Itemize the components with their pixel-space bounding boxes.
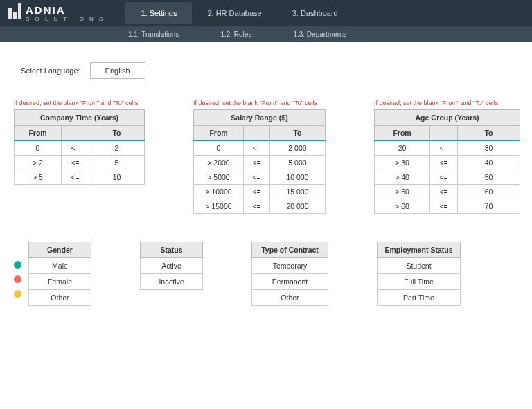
cell-value[interactable]: Inactive	[141, 274, 203, 290]
cell-to[interactable]: 60	[458, 185, 520, 199]
subnav-item[interactable]: 1.3. Departments	[293, 30, 346, 38]
cell-from[interactable]: > 50	[375, 185, 430, 199]
col-from: From	[375, 126, 430, 141]
cell-from[interactable]: > 2	[15, 156, 62, 170]
range-table: Age Group (Years)FromTo20<=30> 30<=40> 4…	[374, 109, 520, 214]
table-title: Company Time (Years)	[15, 110, 145, 126]
cell-op: <=	[430, 185, 458, 199]
table-row: 0<=2	[15, 140, 145, 156]
subnav-item[interactable]: 1.2. Roles	[220, 30, 251, 38]
table-row: Full Time	[378, 274, 461, 290]
col-from: From	[194, 126, 244, 141]
cell-value[interactable]: Temporary	[252, 258, 328, 274]
cell-op: <=	[62, 156, 89, 170]
table-row: Active	[141, 258, 203, 274]
category-table: Employment StatusStudentFull TimePart Ti…	[377, 242, 461, 306]
logo-brand: ADNIA	[26, 5, 105, 15]
table-row: > 10000<=15 000	[194, 185, 326, 199]
table-row: > 40<=50	[375, 170, 520, 185]
cell-value[interactable]: Other	[29, 290, 91, 306]
col-to: To	[458, 126, 520, 141]
hint-text: If desired, set the blank "From" and "To…	[14, 100, 145, 107]
cell-op: <=	[430, 170, 458, 185]
col-op	[430, 126, 458, 141]
cell-op: <=	[430, 156, 458, 170]
cell-to[interactable]: 10	[89, 170, 145, 185]
language-row: Select Language: English	[21, 62, 525, 79]
cell-to[interactable]: 20 000	[270, 199, 326, 214]
cell-value[interactable]: Full Time	[378, 274, 461, 290]
table-row: > 2<=5	[15, 156, 145, 170]
hint-text: If desired, set the blank "From" and "To…	[374, 100, 520, 107]
table-title: Employment Status	[378, 242, 461, 258]
logo: ADNIA S O L U T I O N S	[0, 5, 113, 22]
table-row: 20<=30	[375, 140, 520, 156]
range-table: Salary Range ($)FromTo0<=2 000> 2000<=5 …	[193, 109, 326, 214]
logo-icon	[8, 8, 21, 19]
table-title: Gender	[29, 242, 91, 258]
table-row: Student	[378, 258, 461, 274]
cell-to[interactable]: 5 000	[270, 156, 326, 170]
legend-dot	[14, 290, 21, 298]
cell-value[interactable]: Female	[29, 274, 91, 290]
cell-to[interactable]: 5	[89, 156, 145, 170]
table-title: Age Group (Years)	[375, 110, 520, 126]
table-row: Inactive	[141, 274, 203, 290]
table-row: Other	[252, 290, 328, 306]
cell-from[interactable]: > 5000	[194, 170, 244, 185]
table-title: Type of Contract	[252, 242, 328, 258]
table-row: > 2000<=5 000	[194, 156, 326, 170]
language-label: Select Language:	[21, 66, 80, 75]
cell-to[interactable]: 30	[458, 140, 520, 156]
cell-from[interactable]: > 30	[375, 156, 430, 170]
legend-dot	[14, 275, 21, 283]
cell-value[interactable]: Active	[141, 258, 203, 274]
cell-value[interactable]: Other	[252, 290, 328, 306]
table-row: Other	[29, 290, 91, 306]
cell-to[interactable]: 40	[458, 156, 520, 170]
cell-from[interactable]: > 40	[375, 170, 430, 185]
cell-to[interactable]: 2	[89, 140, 145, 156]
cell-from[interactable]: > 5	[15, 170, 62, 185]
topnav: 1. Settings2. HR Database3. Dashboard	[125, 2, 353, 24]
cell-to[interactable]: 2 000	[270, 140, 326, 156]
col-to: To	[89, 126, 145, 141]
topnav-item[interactable]: 1. Settings	[125, 2, 192, 24]
table-row: > 60<=70	[375, 199, 520, 214]
subnav: 1.1. Translations1.2. Roles1.3. Departme…	[0, 26, 532, 42]
cell-from[interactable]: 20	[375, 140, 430, 156]
topbar: ADNIA S O L U T I O N S 1. Settings2. HR…	[0, 0, 532, 26]
cell-from[interactable]: > 60	[375, 199, 430, 214]
cell-to[interactable]: 70	[458, 199, 520, 214]
col-op	[244, 126, 270, 141]
cell-op: <=	[244, 140, 270, 156]
cell-value[interactable]: Permanent	[252, 274, 328, 290]
cell-to[interactable]: 50	[458, 170, 520, 185]
table-row: Female	[29, 274, 91, 290]
cell-from[interactable]: > 2000	[194, 156, 244, 170]
table-row: Part Time	[378, 290, 461, 306]
cell-op: <=	[244, 199, 270, 214]
category-table: StatusActiveInactive	[140, 242, 203, 290]
cell-op: <=	[62, 170, 89, 185]
cell-op: <=	[430, 199, 458, 214]
cell-op: <=	[430, 140, 458, 156]
cell-value[interactable]: Male	[29, 258, 91, 274]
table-row: > 15000<=20 000	[194, 199, 326, 214]
cell-op: <=	[244, 185, 270, 199]
subnav-item[interactable]: 1.1. Translations	[128, 30, 179, 38]
cell-to[interactable]: 10 000	[270, 170, 326, 185]
cell-from[interactable]: 0	[194, 140, 244, 156]
language-select[interactable]: English	[90, 62, 145, 79]
cell-from[interactable]: > 10000	[194, 185, 244, 199]
table-row: > 50<=60	[375, 185, 520, 199]
topnav-item[interactable]: 3. Dashboard	[277, 2, 353, 24]
cell-from[interactable]: 0	[15, 140, 62, 156]
topnav-item[interactable]: 2. HR Database	[192, 2, 276, 24]
table-row: Male	[29, 258, 91, 274]
table-row: > 30<=40	[375, 156, 520, 170]
cell-to[interactable]: 15 000	[270, 185, 326, 199]
cell-value[interactable]: Student	[378, 258, 461, 274]
cell-value[interactable]: Part Time	[378, 290, 461, 306]
cell-from[interactable]: > 15000	[194, 199, 244, 214]
